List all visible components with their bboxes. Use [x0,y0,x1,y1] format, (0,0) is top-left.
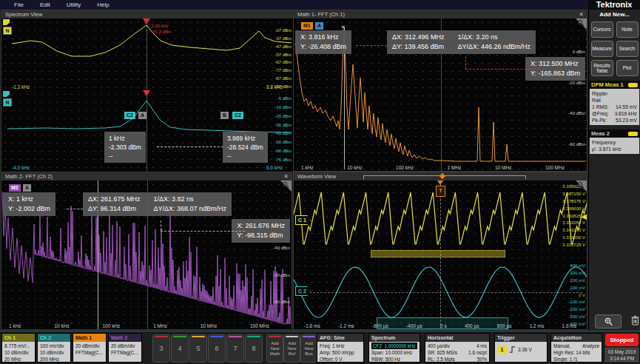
axis-tick-label: -57 dBm [274,53,292,58]
ch1-card-body: 8.775 mV/...10 dBm/div20 MHz [2,342,35,364]
cursor-a-readout[interactable]: X: 3.816 kHzY: -26.408 dBm [295,30,351,54]
display-slot-button[interactable]: 4 [171,334,189,363]
menu-item[interactable]: File [6,1,32,8]
meas1-rows: 1 RMS: 14.55 mV @Freq: 3.816 kHz Pk-Pk: … [592,104,637,124]
sidebar-button[interactable]: Note [616,21,639,38]
spectrum-view-title: Spectrum View [5,11,42,18]
menu-item[interactable]: Edit [32,1,58,8]
math1-settings-card[interactable]: Math 1 20 dBm/divFFTMag(C... [73,333,107,363]
spectrum-card[interactable]: Spectrum CF2: 1.0000000 kHz Span: 10.000… [368,333,420,363]
axis-tick-label: 1.6 ms [562,323,576,328]
sidebar-button[interactable]: Search [616,41,639,57]
run-stop-button[interactable]: Stopped [605,334,639,346]
meas-row: Pk-Pk: 53.23 mV [592,117,637,124]
display-slot-button[interactable]: 7 [226,334,244,363]
waveform-plot[interactable]: T C 1 C 2 ◀ 3.395925 V3.387150 V3.378375… [294,181,587,329]
panel-zoom-icon[interactable] [576,181,587,192]
channel-n-badge[interactable]: N [3,98,12,107]
peak-marker-icon[interactable] [143,90,150,100]
cursor-b-badge[interactable]: B [220,112,229,119]
math1-badge[interactable]: M1 [301,22,313,30]
meas1-body[interactable]: Ripple¹ Rail 1 RMS: 14.55 mV @Freq: 3.81… [590,89,639,125]
menu-item[interactable]: Utility [58,1,90,8]
center-frequency-value[interactable]: CF2: 1.0000000 kHz [371,343,417,349]
meas2-body[interactable]: Frequency µ': 3.871 kHz [590,138,639,154]
trigger-card[interactable]: Trigger 1 3.36 V [494,333,548,363]
cursor-a-readout[interactable]: 1 kHz-2.303 dBm-- [104,132,146,163]
display-slot-button[interactable]: 3 [152,334,170,363]
peak-marker-icon[interactable] [143,18,150,28]
math1-source-badge[interactable]: A [315,22,323,30]
close-icon[interactable]: ✕ [283,172,289,181]
spectrum-top-plot[interactable]: N 3.28 kHz -25.3 dBm -27 dBm-37 dBm-47 d… [1,18,293,90]
x-axis-labels: 1 kHz10 kHz100 kHz1 MHz10 MHz100 MHz [301,165,565,170]
slot-number: 5 [196,345,200,352]
panel-zoom-icon[interactable] [280,181,292,192]
cursor-readout-line: -28.524 dBm [227,143,263,152]
axis-tick-label: 3.387150 V [562,192,585,197]
trigger-card-body: 1 3.36 V [495,342,547,364]
cursor-a-readout[interactable]: X: 1 kHzY: -2.002 dBm [3,192,55,216]
axis-tick-label: -40 dBm [568,111,585,116]
channel-n-badge[interactable]: N [3,27,12,35]
spectrum-bottom-plot[interactable]: N C2 A B C2 1 kHz-2.303 dBm-- 3.989 kHz-… [1,90,293,172]
axis-tick-label: 800 µs [497,323,512,328]
horizontal-card[interactable]: Horizontal 400 µs/div 4 ms SR: 625 MS/s … [425,333,490,363]
math1-plot[interactable]: ✕ M1 A X: 3.816 kHzY: -26.408 dBm ΔX: 31… [294,18,587,171]
math2-badge[interactable]: M2 [9,184,21,192]
axis-tick-label: -100 mV [568,300,585,305]
add-new-button[interactable]: Add New Bus [300,334,317,363]
readout-cell: ΔY/ΔX: 368.07 ndBm/Hz [154,204,227,214]
cursor-a-source-badge[interactable]: C2 [124,112,135,119]
slot-color-stripe [229,336,242,337]
axis-tick-label: -40 dBm [273,246,290,251]
horizontal-row: RL: 2.5 Mpts 50% [428,356,487,363]
sidebar-button[interactable]: Cursors [591,21,613,38]
panel-zoom-icon[interactable] [576,18,587,30]
delta-readout[interactable]: ΔX: 312.496 MHz1/ΔX: 3.20 nsΔY: 139.456 … [387,30,536,54]
axis-tick-label: -60 dBm [568,142,585,147]
sidebar-button[interactable]: Measure [591,41,613,57]
math2-settings-card[interactable]: Math 2 20 dBm/divFFTMag(C... [108,333,142,363]
menu-item[interactable]: Help [89,1,117,8]
add-new-button[interactable]: Add New Math [266,334,283,363]
bottom-settings-bar: Ch 1 8.775 mV/...10 dBm/div20 MHz Ch 2 1… [0,331,640,364]
display-slot-button[interactable]: 5 [189,334,207,363]
close-icon[interactable]: ✕ [579,10,584,18]
display-slot-button[interactable]: 6 [208,334,226,363]
math2-source-badge[interactable]: A [23,184,31,192]
math2-plot[interactable]: M2 A X: 1 kHzY: -2.002 dBm ΔX: 261.675 M… [1,181,292,329]
meas2-header[interactable]: Meas 2 [589,129,640,138]
meas1-display-indicator [628,83,638,87]
afg-card[interactable]: AFG: Sine Freq: 1 kHzAmp: 500 mVppOffset… [317,333,364,363]
trash-icon[interactable] [630,315,640,328]
acquisition-card[interactable]: Acquisition Manual, Analyze High Res: 14… [550,333,602,363]
date-label: 03 May 2019 [606,348,638,355]
display-slot-button[interactable]: 8 [245,334,263,363]
zoom-tool-button[interactable] [595,314,622,328]
readout-cell: ΔX: 312.496 MHz [392,33,445,42]
cursor-x-marker[interactable]: ✕ [341,24,346,30]
cursor-a-badge[interactable]: A [138,112,146,119]
axis-tick-label: -36 dBm [274,123,292,128]
trigger-flag[interactable]: T [436,186,445,197]
add-new-button[interactable]: Add New Ref [283,334,300,363]
readout-line: Y: -2.002 dBm [8,204,50,214]
sidebar-button[interactable]: Results Table [591,60,613,76]
meas2-line2: µ': 3.871 kHz [592,146,637,152]
slot-number: 8 [252,345,255,352]
waveform-view-panel: Waveform View T C 1 C 2 ◀ 3.395925 V3.38… [293,172,587,330]
sidebar-button[interactable]: Plot [616,60,639,76]
ch1-level-arrow-icon[interactable]: ◀ [581,213,587,220]
axis-tick-label: -66 dBm [274,149,292,154]
dpm-meas1-header[interactable]: DPM Meas 1 [589,81,640,89]
cursor-b-readout[interactable]: 3.989 kHz-28.524 dBm-- [223,132,268,163]
delta-readout[interactable]: ΔX: 261.675 MHz1/ΔX: 3.82 nsΔY: 96.314 d… [83,192,232,216]
acquisition-row: High Res: 14 bits [553,349,599,356]
ch1-settings-card[interactable]: Ch 1 8.775 mV/...10 dBm/div20 MHz [1,333,36,363]
measurement-zone-bar[interactable] [371,250,505,257]
sidebar-tools [595,314,640,328]
cursor-b-source-badge[interactable]: C2 [232,112,243,119]
ch2-settings-card[interactable]: Ch 2 100 mV/div10 dBm/div200 MHz [37,333,71,363]
x-axis-right-label: 8.8 kHz [266,84,283,90]
